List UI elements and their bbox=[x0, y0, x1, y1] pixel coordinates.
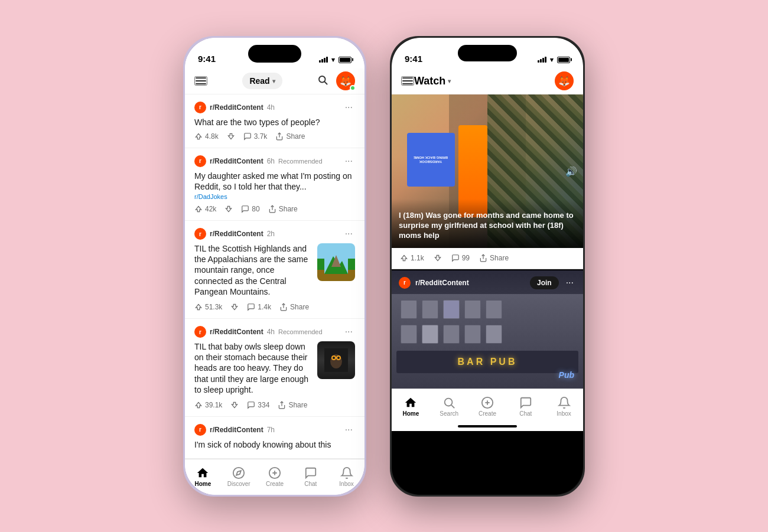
post-item-1[interactable]: r r/RedditContent 4h ··· What are the tw… bbox=[185, 94, 365, 148]
share-btn-2[interactable]: Share bbox=[268, 205, 298, 213]
post-subreddit-1: r/RedditContent bbox=[210, 103, 263, 112]
search-button-left[interactable] bbox=[317, 74, 328, 88]
share-label-4: Share bbox=[288, 401, 307, 409]
comment-btn-1[interactable]: 3.7k bbox=[243, 132, 268, 141]
upvote-btn-1[interactable]: 4.8k bbox=[194, 132, 219, 141]
left-phone: 9:41 ▾ Read ▾ bbox=[183, 36, 366, 497]
post-title-3: TIL the Scottish Highlands and the Appal… bbox=[194, 243, 311, 297]
nav-home-right[interactable]: Home bbox=[392, 394, 430, 419]
reddit-logo-video-2: r bbox=[399, 277, 411, 289]
post-thumbnail-4 bbox=[317, 341, 355, 379]
nav-right-left: 🦊 bbox=[317, 71, 355, 90]
downvote-btn-4[interactable] bbox=[230, 401, 239, 409]
post-item-5[interactable]: r r/RedditContent 7h ··· I'm sick of nob… bbox=[185, 417, 365, 459]
comment-btn-2[interactable]: 80 bbox=[241, 205, 259, 213]
downvote-btn-3[interactable] bbox=[230, 303, 239, 311]
hamburger-menu-right[interactable] bbox=[401, 76, 414, 86]
comment-count-4: 334 bbox=[258, 401, 269, 409]
watch-comment-count-1: 99 bbox=[462, 254, 470, 262]
post-content-4: TIL that baby owls sleep down on their s… bbox=[194, 341, 355, 396]
post-more-1[interactable]: ··· bbox=[343, 102, 355, 113]
share-icon-1 bbox=[275, 132, 284, 141]
post-content-3: TIL the Scottish Highlands and the Appal… bbox=[194, 243, 355, 298]
nav-chat-right[interactable]: Chat bbox=[506, 394, 545, 419]
nav-inbox-right[interactable]: Inbox bbox=[545, 394, 583, 419]
upvote-btn-2[interactable]: 42k bbox=[194, 205, 216, 213]
post-time-5: 7h bbox=[267, 426, 275, 434]
bottom-nav-right: Home Search Create Chat Inbox bbox=[392, 389, 583, 431]
share-icon-2 bbox=[268, 205, 276, 213]
share-btn-1[interactable]: Share bbox=[275, 132, 305, 141]
watch-subreddit-2: r/RedditContent bbox=[415, 279, 469, 287]
video-overlay-text-1: I (18m) Was gone for months and came hom… bbox=[392, 199, 583, 248]
nav-search-right[interactable]: Search bbox=[430, 394, 468, 419]
left-feed[interactable]: r r/RedditContent 4h ··· What are the tw… bbox=[185, 94, 365, 459]
online-dot bbox=[350, 85, 356, 91]
nav-create-left[interactable]: Create bbox=[257, 464, 293, 489]
avatar-left[interactable]: 🦊 bbox=[336, 71, 355, 90]
downvote-btn-2[interactable] bbox=[224, 205, 233, 213]
sound-icon[interactable]: 🔊 bbox=[565, 165, 577, 177]
watch-downvote-btn-1[interactable] bbox=[434, 254, 442, 262]
nav-chat-label-left: Chat bbox=[304, 481, 317, 487]
nav-discover-left[interactable]: Discover bbox=[221, 464, 257, 489]
post-meta-3: r r/RedditContent 2h bbox=[194, 228, 275, 240]
video-more-btn-2[interactable]: ··· bbox=[564, 278, 576, 288]
nav-inbox-left[interactable]: Inbox bbox=[328, 464, 365, 489]
wifi-icon-left: ▾ bbox=[331, 56, 335, 64]
upvote-btn-3[interactable]: 51.3k bbox=[194, 303, 222, 311]
nav-chat-label-right: Chat bbox=[519, 410, 532, 417]
read-button[interactable]: Read ▾ bbox=[242, 73, 282, 89]
comment-btn-3[interactable]: 1.4k bbox=[247, 303, 271, 311]
join-button[interactable]: Join bbox=[530, 276, 559, 289]
status-time-left: 9:41 bbox=[198, 54, 216, 64]
nav-create-right[interactable]: Create bbox=[468, 394, 507, 419]
watch-label: Watch bbox=[414, 75, 445, 87]
watch-card-header-2: r r/RedditContent Join ··· bbox=[399, 276, 576, 289]
watch-video-card-2[interactable]: BAR PUB Pub r r/RedditContent bbox=[392, 270, 583, 389]
nav-chat-left[interactable]: Chat bbox=[292, 464, 328, 489]
share-label-1: Share bbox=[286, 132, 305, 141]
post-more-5[interactable]: ··· bbox=[343, 425, 355, 435]
share-btn-3[interactable]: Share bbox=[279, 303, 309, 311]
hamburger-menu-left[interactable] bbox=[194, 76, 207, 86]
post-subreddit-4: r/RedditContent bbox=[210, 328, 263, 336]
svg-marker-16 bbox=[236, 471, 241, 475]
svg-line-22 bbox=[451, 405, 454, 408]
comment-btn-4[interactable]: 334 bbox=[247, 401, 269, 409]
watch-card-actions-1: 1.1k 99 Share bbox=[392, 248, 583, 268]
nav-inbox-label-left: Inbox bbox=[339, 481, 353, 487]
status-time-right: 9:41 bbox=[405, 54, 422, 64]
comment-count-2: 80 bbox=[252, 205, 259, 213]
watch-upvote-btn-1[interactable]: 1.1k bbox=[400, 254, 424, 262]
post-more-3[interactable]: ··· bbox=[343, 229, 355, 239]
watch-button[interactable]: Watch ▾ bbox=[414, 75, 451, 87]
video-thumbnail-2: BAR PUB Pub r r/RedditContent bbox=[392, 270, 583, 389]
post-more-4[interactable]: ··· bbox=[343, 327, 355, 337]
share-btn-4[interactable]: Share bbox=[278, 401, 307, 409]
watch-video-card-1[interactable]: YARDSBOOKBRING BACK HOME 🔊 I (18m) Was g… bbox=[392, 94, 583, 268]
watch-share-icon-1 bbox=[479, 254, 487, 262]
watch-feed[interactable]: YARDSBOOKBRING BACK HOME 🔊 I (18m) Was g… bbox=[392, 94, 583, 389]
nav-create-label-right: Create bbox=[479, 410, 496, 417]
post-subreddit-2: r/RedditContent bbox=[210, 157, 263, 165]
upvote-btn-4[interactable]: 39.1k bbox=[194, 401, 222, 409]
post-more-2[interactable]: ··· bbox=[343, 156, 355, 167]
watch-comment-btn-1[interactable]: 99 bbox=[451, 254, 470, 262]
post-title-2: My daughter asked me what I'm posting on… bbox=[194, 171, 355, 192]
downvote-btn-1[interactable] bbox=[227, 132, 235, 141]
avatar-right[interactable]: 🦊 bbox=[555, 71, 574, 90]
post-recommended-4: Recommended bbox=[278, 328, 323, 335]
post-item-2[interactable]: r r/RedditContent 6h Recommended ··· My … bbox=[185, 148, 365, 221]
upvote-icon-4 bbox=[194, 401, 203, 409]
upvote-icon-2 bbox=[194, 205, 203, 213]
watch-comment-icon-1 bbox=[451, 254, 460, 262]
watch-card-header-left-2: r r/RedditContent bbox=[399, 277, 469, 289]
post-item-3[interactable]: r r/RedditContent 2h ··· TIL the Scottis… bbox=[185, 221, 365, 319]
post-item-4[interactable]: r r/RedditContent 4h Recommended ··· TIL… bbox=[185, 319, 365, 417]
nav-home-left[interactable]: Home bbox=[185, 464, 221, 489]
svg-point-12 bbox=[333, 357, 335, 359]
svg-point-15 bbox=[233, 468, 244, 478]
post-thumbnail-3 bbox=[317, 243, 355, 281]
watch-share-btn-1[interactable]: Share bbox=[479, 254, 509, 262]
